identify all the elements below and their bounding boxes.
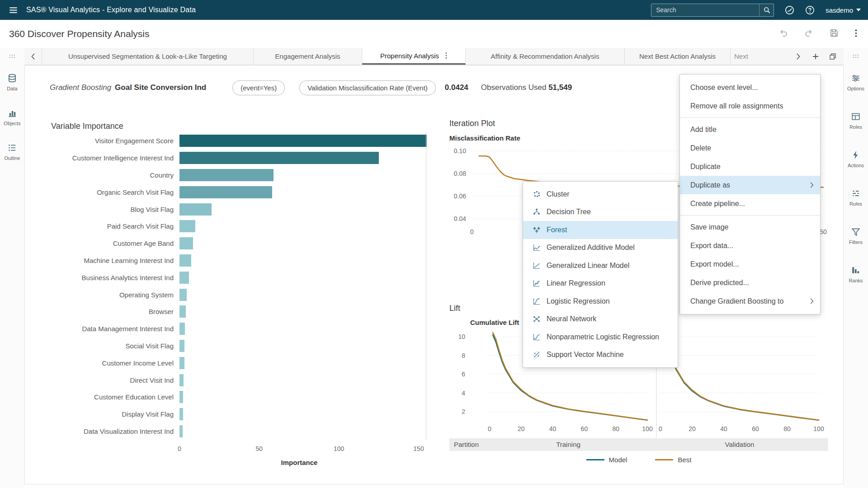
undo-button[interactable] (779, 28, 788, 39)
submenu-item-nonparametric-logistic-regression[interactable]: Nonparametric Logistic Regression (523, 328, 678, 346)
vi-bar[interactable] (179, 305, 186, 318)
save-button[interactable] (830, 28, 839, 39)
rail-item-label: Options (847, 86, 864, 91)
metric-value: 0.0424 (445, 83, 468, 92)
tabs-scroll-right-button[interactable] (792, 50, 805, 63)
vi-bar-label: Display Visit Flag (56, 410, 179, 418)
search-button[interactable] (759, 4, 774, 16)
vi-bar[interactable] (179, 408, 183, 420)
rail-item-actions[interactable]: Actions (847, 150, 864, 168)
vi-bar[interactable] (179, 186, 272, 198)
rail-item-data[interactable]: Data (4, 74, 20, 91)
menu-item-add-title[interactable]: Add title (680, 120, 820, 139)
menu-item-save-image[interactable]: Save image (680, 218, 820, 236)
duplicate-page-button[interactable] (826, 50, 839, 63)
application-menu-button[interactable] (0, 0, 26, 20)
menu-item-duplicate-as[interactable]: Duplicate as (680, 176, 820, 194)
vi-bar[interactable] (179, 357, 184, 369)
rail-item-roles[interactable]: Roles (847, 112, 864, 130)
tab-propensity-analysis[interactable]: Propensity Analysis (362, 48, 466, 65)
rail-item-filters[interactable]: Filters (847, 227, 864, 245)
plus-icon (812, 53, 819, 60)
vi-bar-label: Machine Learning Interest Ind (56, 257, 179, 264)
vi-bar[interactable] (179, 152, 379, 164)
tab-next-best-action-analysis[interactable]: Next Best Action Analysis (625, 48, 731, 65)
submenu-item-generalized-additive-model[interactable]: Generalized Additive Model (523, 239, 678, 257)
legend-item-best: Best (655, 456, 691, 464)
vi-bar[interactable] (179, 374, 184, 386)
tab-next[interactable]: Next (731, 48, 771, 65)
add-page-button[interactable] (809, 50, 822, 63)
sas-home-button[interactable] (785, 5, 794, 15)
chevron-left-icon (30, 53, 36, 60)
tab-unsupervised-segmentation-look-a-like-targeting[interactable]: Unsupervised Segmentation & Look-a-Like … (42, 48, 254, 65)
vi-bar[interactable] (179, 272, 189, 284)
submenu-item-neural-network[interactable]: Neural Network (523, 310, 678, 328)
duplicate-as-submenu: ClusterDecision TreeForestGeneralized Ad… (523, 181, 678, 368)
kebab-icon (855, 29, 857, 38)
vi-bar-label: Operating System (56, 291, 179, 299)
assessment-metric-pill[interactable]: Validation Misclassification Rate (Event… (299, 80, 436, 95)
vi-bar[interactable] (179, 425, 183, 437)
tab-affinity-recommendation-analysis[interactable]: Affinity & Recommendation Analysis (466, 48, 625, 65)
left-toolbar: DataObjectsOutline (0, 48, 24, 488)
rail-item-ranks[interactable]: Ranks (847, 266, 864, 283)
rail-item-rules[interactable]: Rules (847, 189, 864, 206)
menu-item-create-pipeline[interactable]: Create pipeline... (680, 194, 820, 213)
vi-bar[interactable] (179, 237, 193, 249)
submenu-item-forest[interactable]: Forest (523, 221, 678, 239)
vi-bar[interactable] (179, 169, 274, 181)
vi-bar[interactable] (179, 391, 183, 403)
menu-item-duplicate[interactable]: Duplicate (680, 157, 820, 176)
vi-bar[interactable] (179, 340, 184, 352)
tab-menu-icon[interactable] (445, 52, 447, 59)
submenu-item-generalized-linear-model[interactable]: Generalized Linear Model (523, 257, 678, 275)
vi-bar[interactable] (179, 203, 212, 216)
menu-item-derive-predicted[interactable]: Derive predicted... (680, 273, 820, 292)
rail-item-outline[interactable]: Outline (4, 143, 20, 161)
sas-visual-analytics-app: SAS® Visual Analytics - Explore and Visu… (0, 0, 868, 488)
vi-bar-row: Data Visualization Interest Ind (56, 423, 431, 440)
vi-bar[interactable] (179, 254, 191, 267)
submenu-arrow-icon (810, 182, 814, 188)
menu-item-change-gradient-boosting-to[interactable]: Change Gradient Boosting to (680, 292, 820, 310)
lift-x-tick: 60 (752, 425, 759, 432)
submenu-item-cluster[interactable]: Cluster (523, 185, 678, 203)
vi-bar-label: Social Visit Flag (56, 342, 179, 350)
submenu-item-linear-regression[interactable]: Linear Regression (523, 275, 678, 293)
vi-x-tick: 0 (178, 445, 181, 452)
menu-item-delete[interactable]: Delete (680, 139, 820, 157)
vi-bar[interactable] (179, 135, 427, 147)
vi-x-axis: 050100150 (56, 445, 431, 453)
user-menu[interactable]: sasdemo (826, 6, 861, 14)
menu-item-export-data[interactable]: Export data... (680, 236, 820, 255)
vi-bar[interactable] (179, 220, 195, 232)
iteration-x-tick: 50 (820, 228, 827, 235)
rail-item-label: Rules (847, 201, 864, 206)
rail-item-objects[interactable]: Objects (4, 108, 20, 126)
vi-plot-edge (426, 132, 426, 441)
vi-bar[interactable] (179, 289, 187, 301)
submenu-item-label: Decision Tree (547, 208, 671, 216)
menu-item-export-model[interactable]: Export model... (680, 255, 820, 273)
submenu-item-decision-tree[interactable]: Decision Tree (523, 203, 678, 221)
menu-item-choose-event-level[interactable]: Choose event level... (680, 78, 820, 97)
search-input[interactable] (651, 6, 759, 14)
vi-bar[interactable] (179, 323, 185, 335)
observations-label: Observations Used (481, 83, 547, 92)
help-button[interactable] (805, 5, 815, 15)
lift-y-tick: 8 (462, 352, 465, 359)
redo-button[interactable] (804, 28, 813, 39)
lift-y-tick: 4 (462, 389, 465, 397)
submenu-item-logistic-regression[interactable]: Logistic Regression (523, 292, 678, 310)
more-options-button[interactable] (855, 29, 857, 39)
submenu-item-support-vector-machine[interactable]: Support Vector Machine (523, 346, 678, 364)
observations-used: Observations Used 51,549 (481, 83, 572, 92)
tab-engagement-analysis[interactable]: Engagement Analysis (254, 48, 362, 65)
lift-y-tick: 10 (458, 333, 465, 340)
menu-item-remove-all-role-assignments[interactable]: Remove all role assignments (680, 97, 820, 115)
tabs-scroll-left-button[interactable] (24, 48, 42, 65)
rail-item-options[interactable]: Options (847, 74, 864, 91)
event-level-pill[interactable]: (event=Yes) (232, 80, 285, 95)
right-toolbar: OptionsRolesActionsRulesFiltersRanks (844, 48, 868, 488)
